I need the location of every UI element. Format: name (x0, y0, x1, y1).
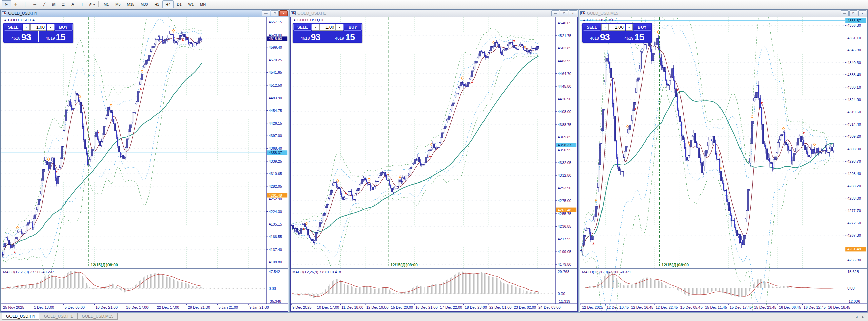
volume-input[interactable] (609, 24, 625, 31)
timeframe-m1-button[interactable]: M1 (101, 0, 112, 8)
timeframe-m15-button[interactable]: M15 (124, 0, 137, 8)
minimize-button[interactable]: — (551, 10, 559, 16)
timeframe-h4-button[interactable]: H4 (162, 0, 173, 8)
quote-panel-toggle[interactable]: ▲ GOLD_USD,H1 (293, 18, 324, 22)
svg-text:MACD(12,26,9) 7.870 10.418: MACD(12,26,9) 7.870 10.418 (292, 270, 341, 274)
buy-price[interactable]: 4619 15 (617, 31, 651, 42)
quote-panel-toggle[interactable]: ▲ GOLD_USD,M15 (582, 18, 616, 22)
close-button[interactable]: × (858, 10, 866, 16)
sell-button[interactable]: SELL (4, 24, 22, 31)
svg-text:18 Dec 23:00: 18 Dec 23:00 (465, 305, 487, 309)
svg-text:4512.50: 4512.50 (269, 83, 282, 87)
svg-text:16 Dec 21:00: 16 Dec 21:00 (415, 305, 437, 309)
svg-text:4358.37: 4358.37 (269, 151, 282, 155)
volume-up-button[interactable]: ▲ (626, 24, 633, 31)
buy-price-prefix: 4619 (46, 36, 55, 41)
buy-price-big: 15 (345, 33, 355, 42)
tool-equidistant-channel-button[interactable]: ▨ (49, 0, 58, 8)
tool-cursor-button[interactable]: ➤ (2, 0, 11, 8)
close-button[interactable]: × (569, 10, 577, 16)
volume-up-button[interactable]: ▲ (47, 24, 54, 31)
minimize-button[interactable]: — (262, 10, 270, 16)
volume-input[interactable] (319, 24, 336, 31)
svg-text:15 Dec 17:45: 15 Dec 17:45 (729, 305, 751, 309)
volume-input[interactable] (30, 24, 46, 31)
sell-button[interactable]: SELL (583, 24, 601, 31)
price-chart-canvas[interactable]: 4356.304351.104345.804340.604335.404330.… (580, 17, 867, 311)
timeframe-m5-button[interactable]: M5 (112, 0, 123, 8)
chart-client-area: ▲ GOLD_USD,H1 SELL ▼ ▲ BUY 4618 93 (290, 17, 577, 312)
svg-text:4464.70: 4464.70 (558, 72, 571, 76)
buy-button[interactable]: BUY (343, 24, 362, 31)
svg-text:4108.80: 4108.80 (269, 260, 282, 264)
tool-trendline-button[interactable]: ╱ (40, 0, 49, 8)
sell-button[interactable]: SELL (293, 24, 312, 31)
tool-text-label-button[interactable]: T (78, 0, 87, 8)
chart-window-titlebar[interactable]: GOLD_USD,H1 — □ × (290, 10, 578, 17)
chart-tab[interactable]: GOLD_USD,M15 (77, 313, 118, 320)
price-chart-canvas[interactable]: 4657.154628.004599.404570.254541.654512.… (1, 17, 288, 311)
chart-window-titlebar[interactable]: GOLD_USD,H4 — □ × (1, 10, 289, 17)
minimize-button[interactable]: — (841, 10, 849, 16)
close-button[interactable]: × (279, 10, 288, 16)
svg-text:4408.00: 4408.00 (558, 110, 571, 114)
sell-price-prefix: 4618 (590, 36, 599, 41)
tab-scroll-right-icon[interactable]: ► (862, 315, 865, 319)
volume-up-button[interactable]: ▲ (336, 24, 343, 31)
tool-horizontal-line-button[interactable]: ─ (30, 0, 39, 8)
svg-text:4179.80: 4179.80 (558, 262, 571, 266)
buy-price[interactable]: 4619 15 (328, 31, 362, 42)
volume-down-button[interactable]: ▼ (23, 24, 30, 31)
buy-price-prefix: 4619 (625, 36, 634, 41)
chart-tab-bar: GOLD_USD,H4GOLD_USD,H1GOLD_USD,M15 ◄ ► (0, 313, 868, 321)
tool-vertical-line-button[interactable]: │ (21, 0, 30, 8)
restore-button[interactable]: □ (271, 10, 279, 16)
buy-price-prefix: 4619 (335, 36, 344, 41)
svg-text:4282.05: 4282.05 (269, 184, 282, 188)
timeframe-w1-button[interactable]: W1 (185, 0, 197, 8)
price-chart-canvas[interactable]: 4540.654521.754502.854483.954464.704445.… (291, 17, 577, 311)
svg-text:4199.05: 4199.05 (558, 250, 571, 254)
buy-button[interactable]: BUY (54, 24, 73, 31)
svg-text:4445.80: 4445.80 (558, 84, 571, 88)
tab-scroll-left-icon[interactable]: ◄ (855, 315, 858, 319)
buy-price-big: 15 (56, 33, 65, 42)
sell-price-big: 93 (311, 33, 320, 42)
buy-price[interactable]: 4619 15 (39, 31, 73, 42)
tool-fibonacci-retracement-button[interactable]: ≣ (59, 0, 68, 8)
tool-arrows-button[interactable]: ⇗ ▾ (87, 0, 96, 8)
svg-text:12/15(月)08:00: 12/15(月)08:00 (390, 263, 418, 268)
svg-text:4310.65: 4310.65 (269, 172, 282, 176)
timeframe-m30-button[interactable]: M30 (138, 0, 151, 8)
chart-tab[interactable]: GOLD_USD,H1 (40, 313, 77, 320)
svg-text:15 Dec 23:45: 15 Dec 23:45 (754, 305, 776, 309)
sell-price[interactable]: 4618 93 (4, 31, 38, 42)
chart-window-titlebar[interactable]: GOLD_USD,M15 — □ × (579, 10, 867, 17)
timeframe-mn-button[interactable]: MN (197, 0, 209, 8)
sell-price[interactable]: 4618 93 (583, 31, 617, 42)
chart-client-area: ▲ GOLD_USD,M15 SELL ▼ ▲ BUY 4618 93 (580, 17, 867, 312)
volume-down-button[interactable]: ▼ (601, 24, 609, 31)
svg-text:47.542: 47.542 (269, 270, 280, 274)
svg-text:4324.90: 4324.90 (847, 98, 861, 102)
svg-text:4309.20: 4309.20 (847, 134, 861, 138)
quote-panel-toggle[interactable]: ▲ GOLD_USD,H4 (3, 18, 35, 22)
sell-price[interactable]: 4618 93 (293, 31, 328, 42)
timeframe-d1-button[interactable]: D1 (174, 0, 185, 8)
volume-down-button[interactable]: ▼ (312, 24, 319, 31)
svg-text:9 Jan 21:00: 9 Jan 21:00 (249, 305, 269, 309)
svg-text:4351.10: 4351.10 (847, 36, 861, 40)
timeframe-h1-button[interactable]: H1 (151, 0, 162, 8)
svg-text:4339.25: 4339.25 (269, 159, 282, 163)
restore-button[interactable]: □ (849, 10, 857, 16)
tool-text-button[interactable]: A (68, 0, 77, 8)
buy-button[interactable]: BUY (633, 24, 651, 31)
svg-text:16 Dec 18:45: 16 Dec 18:45 (828, 305, 850, 309)
svg-text:0.00: 0.00 (269, 286, 276, 291)
chart-tab[interactable]: GOLD_USD,H4 (2, 313, 39, 320)
toolbar-separator (98, 1, 99, 7)
chart-window-icon (291, 11, 296, 15)
tool-crosshair-button[interactable]: ✛ (11, 0, 20, 8)
svg-text:0.00: 0.00 (558, 292, 565, 296)
restore-button[interactable]: □ (560, 10, 568, 16)
